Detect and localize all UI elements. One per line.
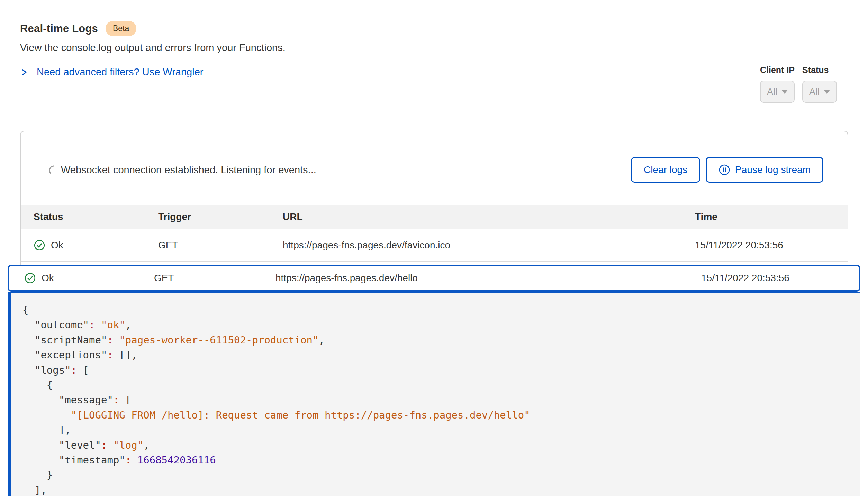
code-line: ], (22, 423, 853, 438)
status-filter-select[interactable]: All (802, 81, 837, 103)
row-trigger: GET (154, 273, 275, 284)
client-ip-filter-label: Client IP (760, 65, 795, 75)
spinner-icon (48, 165, 56, 175)
clear-logs-label: Clear logs (644, 164, 687, 175)
column-header-status: Status (34, 211, 158, 222)
pause-log-stream-button[interactable]: Pause log stream (706, 157, 823, 183)
chevron-right-icon (20, 67, 28, 77)
row-time: 15/11/2022 20:53:56 (695, 240, 848, 251)
code-line: "logs": [ (22, 363, 853, 378)
expanded-log-entry: Ok GET https://pages-fns.pages.dev/hello… (8, 265, 860, 496)
status-filter-value: All (809, 86, 820, 97)
status-ok-icon (24, 272, 36, 284)
status-ok-icon (34, 239, 45, 251)
status-filter-group: Status All (802, 65, 837, 103)
code-line: { (22, 378, 853, 393)
realtime-logs-page: Real-time Logs Beta View the console.log… (0, 0, 868, 496)
log-filters: Client IP All Status All (760, 65, 837, 103)
code-line: "message": [ (22, 393, 853, 407)
selected-log-row[interactable]: Ok GET https://pages-fns.pages.dev/hello… (8, 265, 860, 292)
log-table-header: Status Trigger URL Time (21, 205, 848, 229)
caret-down-icon (824, 90, 830, 94)
toolbar-buttons: Clear logs Pause log stream (631, 157, 823, 183)
code-line: "level": "log", (22, 438, 853, 453)
websocket-status-text: Websocket connection established. Listen… (61, 164, 316, 176)
log-table-row[interactable]: Ok GET https://pages-fns.pages.dev/favic… (21, 229, 848, 262)
pause-log-stream-label: Pause log stream (735, 164, 811, 175)
code-line: "[LOGGING FROM /hello]: Request came fro… (22, 408, 853, 423)
wrangler-link[interactable]: Need advanced filters? Use Wrangler (20, 66, 203, 78)
code-line: "exceptions": [], (22, 348, 853, 362)
code-line: "outcome": "ok", (22, 318, 853, 332)
client-ip-filter-select[interactable]: All (760, 81, 795, 103)
caret-down-icon (781, 90, 788, 94)
status-filter-label: Status (802, 65, 837, 75)
pause-icon (718, 164, 730, 176)
code-line: "scriptName": "pages-worker--611502-prod… (22, 333, 853, 348)
code-line: "timestamp": 1668542036116 (22, 453, 853, 468)
client-ip-filter-group: Client IP All (760, 65, 795, 103)
client-ip-filter-value: All (767, 86, 777, 97)
log-toolbar: Websocket connection established. Listen… (21, 131, 848, 183)
row-url: https://pages-fns.pages.dev/favicon.ico (283, 240, 695, 251)
code-line: { (22, 303, 853, 318)
websocket-status: Websocket connection established. Listen… (48, 157, 316, 183)
wrangler-link-label: Need advanced filters? Use Wrangler (37, 66, 203, 78)
code-line: ], (22, 483, 853, 496)
row-status: Ok (42, 273, 54, 284)
column-header-url: URL (283, 211, 695, 222)
log-json-panel: { "outcome": "ok", "scriptName": "pages-… (8, 292, 860, 496)
log-json: { "outcome": "ok", "scriptName": "pages-… (22, 303, 853, 496)
row-status: Ok (51, 240, 63, 251)
code-line: } (22, 468, 853, 483)
page-title: Real-time Logs (20, 22, 98, 35)
row-trigger: GET (158, 240, 283, 251)
clear-logs-button[interactable]: Clear logs (631, 157, 700, 183)
column-header-time: Time (695, 211, 848, 222)
page-subtitle: View the console.log output and errors f… (20, 42, 286, 54)
beta-badge: Beta (106, 21, 136, 36)
page-header: Real-time Logs Beta (20, 21, 136, 36)
row-time: 15/11/2022 20:53:56 (701, 273, 859, 284)
column-header-trigger: Trigger (158, 211, 283, 222)
row-url: https://pages-fns.pages.dev/hello (275, 273, 701, 284)
